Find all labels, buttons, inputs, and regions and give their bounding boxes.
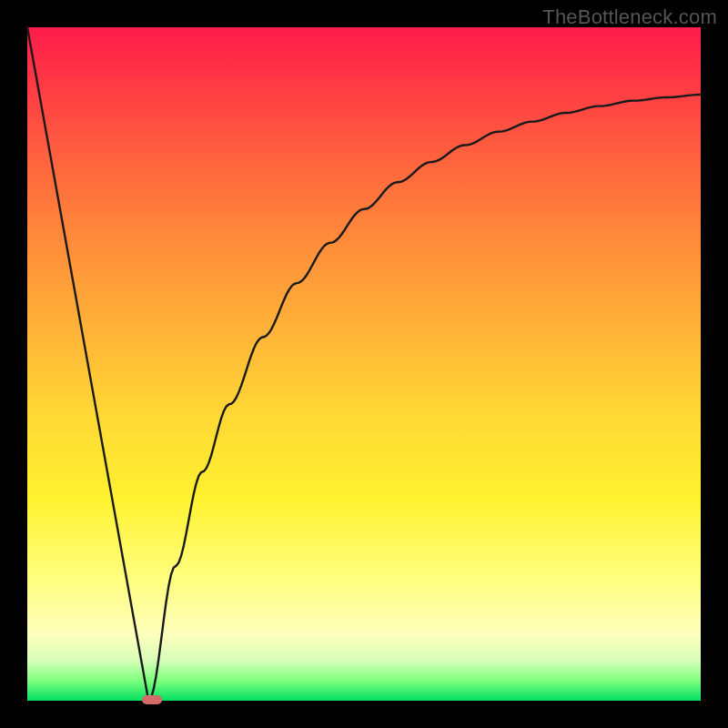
curve-left-branch (27, 27, 148, 701)
vertex-marker (142, 695, 162, 704)
curve-right-branch (148, 95, 701, 701)
series-layer (27, 27, 701, 701)
plot-area (27, 27, 701, 701)
chart-frame: TheBottleneck.com (0, 0, 728, 728)
watermark-text: TheBottleneck.com (542, 5, 717, 29)
